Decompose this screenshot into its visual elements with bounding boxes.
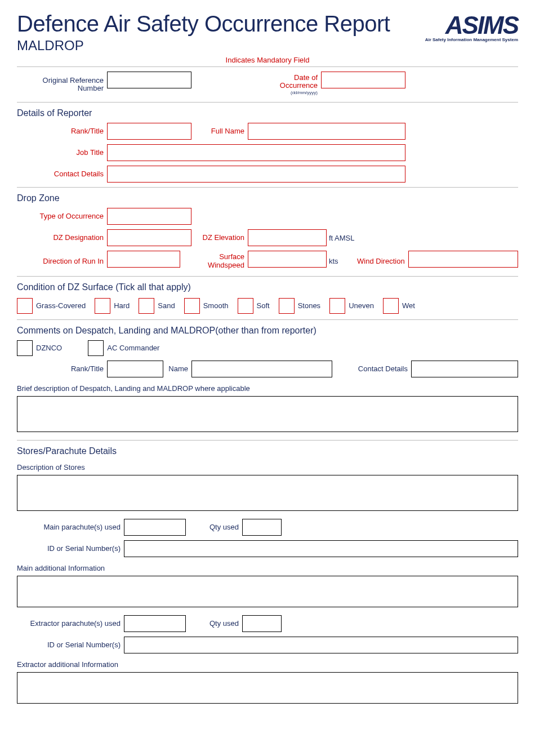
unit-ft-amsl: ft AMSL: [327, 229, 357, 246]
checkbox-smooth[interactable]: [184, 298, 200, 314]
textarea-desc-stores[interactable]: [17, 475, 518, 511]
input-main-serial[interactable]: [124, 540, 518, 557]
input-winddir[interactable]: [408, 251, 518, 268]
label-winddir: Wind Direction: [341, 251, 408, 272]
checkbox-ac[interactable]: [88, 340, 104, 356]
divider: [17, 187, 518, 188]
checkbox-hard[interactable]: [95, 298, 110, 314]
divider: [17, 66, 518, 67]
input-rank[interactable]: [107, 123, 191, 140]
checkbox-sand[interactable]: [139, 298, 154, 314]
row-role-select: DZNCO AC Commander: [17, 340, 518, 356]
label-desc-stores: Description of Stores: [17, 463, 518, 472]
label-uneven: Uneven: [349, 301, 374, 310]
label-ac: AC Commander: [107, 344, 159, 352]
section-comments: Comments on Despatch, Landing and MALDRO…: [17, 326, 518, 336]
label-ext-info: Extractor additional Information: [17, 660, 518, 669]
row-dz-desig: DZ Designation DZ Elevation ft AMSL: [17, 229, 518, 246]
textarea-brief[interactable]: [17, 396, 518, 432]
input-contact[interactable]: [107, 166, 405, 183]
title-block: Defence Air Safety Occurrence Report MAL…: [17, 11, 405, 54]
label-smooth: Smooth: [203, 301, 229, 310]
divider: [17, 319, 518, 320]
row-main-serial: ID or Serial Number(s): [17, 540, 518, 557]
label-date: Date of Occurrence (dd/mm/yyyy): [259, 72, 321, 97]
label-job: Job Title: [17, 144, 107, 161]
input-c-contact[interactable]: [411, 361, 518, 377]
label-main-serial: ID or Serial Number(s): [17, 540, 124, 557]
input-c-name[interactable]: [191, 361, 332, 377]
textarea-main-info[interactable]: [17, 576, 518, 607]
row-dz-type: Type of Occurrence: [17, 208, 518, 225]
checkbox-stones[interactable]: [279, 298, 295, 314]
label-contact: Contact Details: [17, 166, 107, 183]
label-rank: Rank/Title: [17, 123, 107, 140]
label-ext-qty: Qty used: [186, 615, 242, 632]
input-main-qty[interactable]: [242, 519, 282, 536]
mandatory-note: Indicates Mandatory Field: [17, 56, 518, 64]
label-runin: Direction of Run In: [17, 251, 107, 272]
label-wind: Surface Windspeed: [180, 251, 248, 272]
page-subtitle: MALDROP: [17, 38, 405, 54]
section-dz: Drop Zone: [17, 193, 518, 203]
label-wet: Wet: [402, 301, 415, 310]
textarea-ext-info[interactable]: [17, 672, 518, 704]
label-dznco: DZNCO: [36, 344, 62, 352]
logo-text: ASIMS: [405, 11, 518, 39]
label-main-qty: Qty used: [186, 519, 242, 536]
input-ext-serial[interactable]: [124, 637, 518, 653]
label-fullname: Full Name: [191, 123, 248, 140]
logo-tagline: Air Safety Information Management System: [405, 37, 518, 42]
checkbox-dznco[interactable]: [17, 340, 33, 356]
divider: [17, 102, 518, 103]
section-stores: Stores/Parachute Details: [17, 446, 518, 456]
label-c-name: Name: [163, 361, 191, 377]
input-c-rank[interactable]: [107, 361, 163, 377]
section-surface: Condition of DZ Surface (Tick all that a…: [17, 282, 518, 292]
input-ext-parachute[interactable]: [124, 615, 186, 632]
label-grass: Grass-Covered: [36, 301, 86, 310]
page-header: Defence Air Safety Occurrence Report MAL…: [17, 11, 518, 54]
label-brief: Brief description of Despatch, Landing a…: [17, 384, 518, 393]
input-wind[interactable]: [248, 251, 327, 268]
checkbox-soft[interactable]: [238, 298, 253, 314]
surface-options: Grass-Covered Hard Sand Smooth Soft Ston…: [17, 298, 518, 314]
label-dz-type: Type of Occurrence: [17, 208, 107, 225]
label-ext-parachute: Extractor parachute(s) used: [17, 615, 124, 632]
input-dz-type[interactable]: [107, 208, 191, 225]
input-dz-elev[interactable]: [248, 229, 327, 246]
input-ref[interactable]: [107, 72, 191, 88]
section-reporter: Details of Reporter: [17, 108, 518, 118]
row-ref-date: Original Reference Number Date of Occurr…: [17, 72, 518, 97]
input-ext-qty[interactable]: [242, 615, 282, 632]
label-hard: Hard: [114, 301, 130, 310]
row-ext-parachute: Extractor parachute(s) used Qty used: [17, 615, 518, 632]
row-contact: Contact Details: [17, 166, 518, 183]
label-main-parachute: Main parachute(s) used: [17, 519, 124, 536]
label-main-info: Main additional Information: [17, 564, 518, 572]
label-stones: Stones: [298, 301, 320, 310]
label-ext-serial: ID or Serial Number(s): [17, 637, 124, 653]
row-job: Job Title: [17, 144, 518, 161]
input-main-parachute[interactable]: [124, 519, 186, 536]
input-date[interactable]: [321, 72, 405, 88]
divider: [17, 276, 518, 277]
label-sand: Sand: [158, 301, 175, 310]
row-ext-serial: ID or Serial Number(s): [17, 637, 518, 653]
input-runin[interactable]: [107, 251, 180, 268]
unit-kts: kts: [327, 251, 341, 272]
row-dz-run: Direction of Run In Surface Windspeed kt…: [17, 251, 518, 272]
row-comment-person: Rank/Title Name Contact Details: [17, 361, 518, 377]
input-fullname[interactable]: [248, 123, 405, 140]
checkbox-grass[interactable]: [17, 298, 33, 314]
label-c-rank: Rank/Title: [17, 361, 107, 377]
page-title: Defence Air Safety Occurrence Report: [17, 11, 405, 37]
divider: [17, 440, 518, 441]
row-rank-name: Rank/Title Full Name: [17, 123, 518, 140]
row-main-parachute: Main parachute(s) used Qty used: [17, 519, 518, 536]
asims-logo: ASIMS Air Safety Information Management …: [405, 11, 518, 42]
checkbox-uneven[interactable]: [329, 298, 345, 314]
input-dz-desig[interactable]: [107, 229, 191, 246]
input-job[interactable]: [107, 144, 405, 161]
checkbox-wet[interactable]: [383, 298, 399, 314]
